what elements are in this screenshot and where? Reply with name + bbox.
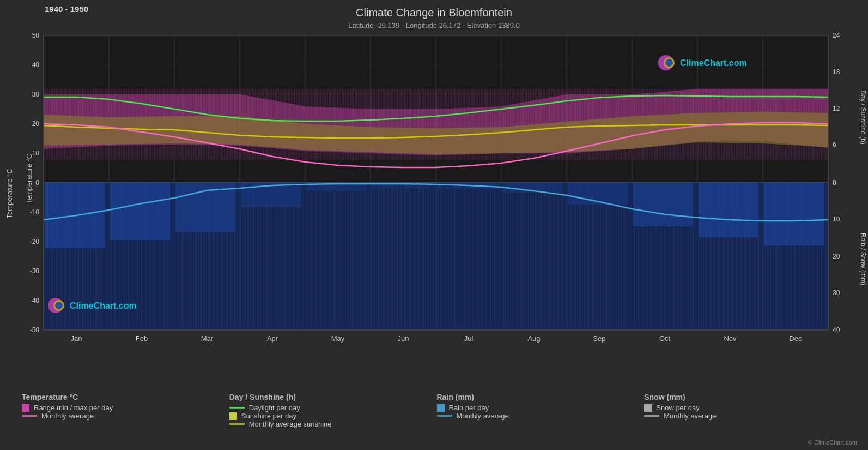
legend-daylight: Daylight per day — [229, 404, 432, 412]
svg-rect-70 — [699, 183, 758, 237]
legend-snow-title: Snow (mm) — [644, 393, 846, 401]
legend-area: Temperature °C Range min / max per day M… — [22, 393, 846, 428]
svg-text:30: 30 — [833, 289, 840, 297]
svg-text:-20: -20 — [30, 238, 40, 245]
svg-text:20: 20 — [32, 120, 40, 128]
svg-text:50: 50 — [32, 32, 40, 39]
svg-text:6: 6 — [833, 141, 836, 148]
svg-text:ClimeChart.com: ClimeChart.com — [680, 58, 747, 68]
svg-text:-50: -50 — [30, 326, 40, 334]
svg-text:40: 40 — [32, 61, 40, 69]
main-container: Climate Change in Bloemfontein Latitude … — [0, 0, 868, 450]
svg-text:Nov: Nov — [724, 334, 737, 343]
svg-text:18: 18 — [833, 68, 840, 76]
legend-rain-avg: Monthly average — [437, 412, 639, 420]
svg-text:40: 40 — [833, 326, 840, 334]
legend-snow-avg: Monthly average — [644, 412, 846, 420]
svg-text:May: May — [331, 334, 345, 343]
svg-text:Mar: Mar — [201, 334, 214, 343]
legend-temp-title: Temperature °C — [22, 393, 224, 401]
legend-sunshine-bar: Sunshine per day — [229, 412, 432, 420]
svg-rect-102 — [644, 404, 652, 412]
legend-rain: Rain (mm) Rain per day Monthly average — [437, 393, 639, 428]
svg-text:12: 12 — [833, 105, 840, 112]
svg-text:0: 0 — [35, 179, 39, 187]
svg-text:Aug: Aug — [527, 334, 540, 343]
legend-snow: Snow (mm) Snow per day Monthly average — [644, 393, 846, 428]
svg-rect-98 — [229, 412, 237, 420]
chart-subtitle: Latitude -29.139 - Longitude 26.172 - El… — [0, 19, 868, 29]
svg-text:Apr: Apr — [267, 334, 278, 343]
svg-text:Oct: Oct — [659, 334, 671, 343]
svg-rect-95 — [22, 404, 29, 412]
svg-point-93 — [55, 302, 63, 309]
svg-rect-100 — [437, 404, 445, 412]
svg-text:-30: -30 — [30, 267, 40, 275]
svg-text:Feb: Feb — [136, 334, 148, 343]
svg-text:30: 30 — [32, 91, 40, 98]
legend-rain-title: Rain (mm) — [437, 393, 639, 401]
svg-text:Rain / Snow (mm): Rain / Snow (mm) — [859, 233, 867, 285]
legend-sunshine: Day / Sunshine (h) Daylight per day Suns… — [229, 393, 432, 428]
legend-sunshine-avg: Monthly average sunshine — [229, 420, 432, 428]
svg-text:Jul: Jul — [464, 334, 474, 343]
legend-temp-avg: Monthly average — [22, 412, 224, 420]
svg-text:10: 10 — [833, 215, 840, 223]
legend-snow-bar: Snow per day — [644, 404, 846, 412]
svg-text:-10: -10 — [30, 208, 40, 216]
svg-text:Temperature °C: Temperature °C — [5, 169, 14, 218]
climate-chart: 50 40 30 20 10 0 -10 -20 -30 -40 -50 24 … — [0, 30, 868, 357]
legend-temp-range: Range min / max per day — [22, 404, 224, 412]
svg-rect-69 — [633, 183, 693, 226]
chart-title: Climate Change in Bloemfontein — [0, 0, 868, 19]
legend-sunshine-title: Day / Sunshine (h) — [229, 393, 432, 401]
svg-text:Jan: Jan — [71, 334, 82, 343]
svg-text:20: 20 — [833, 253, 840, 260]
svg-text:ClimeChart.com: ClimeChart.com — [70, 301, 137, 310]
svg-rect-61 — [110, 183, 170, 240]
svg-rect-63 — [241, 183, 301, 207]
svg-text:10: 10 — [32, 149, 40, 157]
svg-rect-71 — [764, 183, 824, 245]
legend-rain-bar: Rain per day — [437, 404, 639, 412]
svg-text:-40: -40 — [30, 297, 40, 304]
svg-point-88 — [665, 59, 673, 67]
copyright-text: © ClimeChart.com — [808, 439, 857, 446]
svg-text:Day / Sunshine (h): Day / Sunshine (h) — [859, 90, 867, 144]
svg-text:Sep: Sep — [593, 334, 605, 343]
svg-text:Jun: Jun — [398, 334, 409, 343]
svg-text:0: 0 — [833, 179, 836, 187]
legend-temperature: Temperature °C Range min / max per day M… — [22, 393, 224, 428]
svg-text:Dec: Dec — [789, 334, 802, 343]
year-label: 1940 - 1950 — [45, 4, 88, 14]
svg-text:24: 24 — [833, 32, 840, 39]
